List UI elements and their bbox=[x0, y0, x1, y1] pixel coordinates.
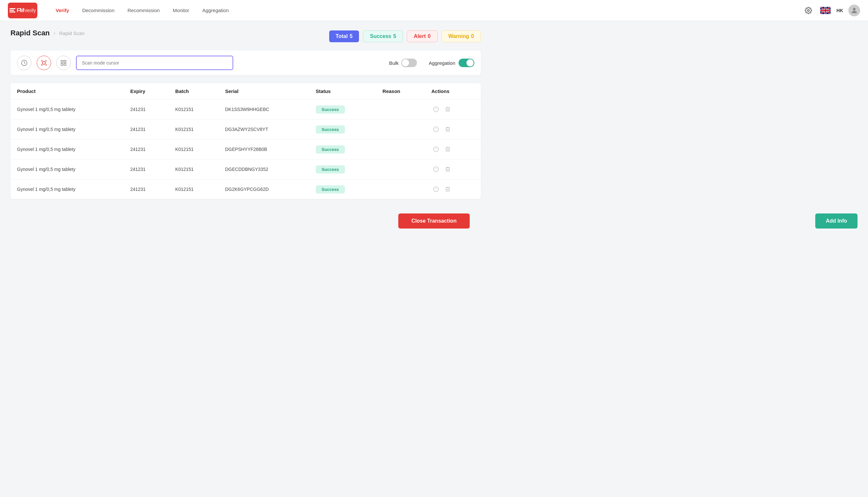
add-info-button[interactable]: Add Info bbox=[815, 213, 857, 228]
delete-button[interactable] bbox=[443, 105, 452, 114]
cell-expiry: 241231 bbox=[124, 140, 169, 159]
aggregation-toggle[interactable]: ✓ bbox=[459, 59, 474, 67]
list-icon-btn[interactable] bbox=[56, 56, 71, 70]
cell-expiry: 241231 bbox=[124, 119, 169, 140]
breadcrumb-separator: › bbox=[54, 30, 55, 36]
stat-success-value: 5 bbox=[393, 33, 396, 39]
delete-button[interactable] bbox=[443, 125, 452, 134]
stat-warning-value: 0 bbox=[471, 33, 474, 39]
bulk-label: Bulk bbox=[389, 60, 398, 66]
nav-item-decommission[interactable]: Decommission bbox=[77, 5, 120, 16]
navbar: FM Verify Verify Decommission Recommissi… bbox=[0, 0, 868, 21]
nav-item-aggregation[interactable]: Aggregation bbox=[197, 5, 234, 16]
col-product: Product bbox=[11, 83, 124, 100]
cell-reason bbox=[376, 140, 425, 159]
stat-alert-label: Alert bbox=[414, 33, 425, 39]
aggregation-label: Aggregation bbox=[429, 60, 455, 66]
nav-item-recommission[interactable]: Recommission bbox=[122, 5, 165, 16]
toolbar: Bulk Aggregation ✓ bbox=[11, 51, 481, 75]
history-button[interactable] bbox=[431, 105, 440, 114]
cell-status: Success bbox=[309, 159, 376, 180]
delete-button[interactable] bbox=[443, 185, 452, 194]
scan-icon-btn[interactable] bbox=[37, 56, 51, 70]
cell-batch: K012151 bbox=[169, 100, 219, 119]
stat-alert[interactable]: Alert 0 bbox=[407, 30, 437, 42]
cell-serial: DG2K6GYPCGG62D bbox=[219, 180, 309, 199]
history-button[interactable] bbox=[431, 185, 440, 194]
close-transaction-button[interactable]: Close Transaction bbox=[398, 213, 470, 228]
delete-button[interactable] bbox=[443, 145, 452, 154]
language-flag[interactable] bbox=[820, 4, 831, 16]
page-title: Rapid Scan bbox=[11, 29, 50, 37]
status-badge: Success bbox=[316, 185, 345, 194]
status-badge: Success bbox=[316, 105, 345, 114]
cell-actions bbox=[425, 119, 481, 140]
scan-input[interactable] bbox=[76, 56, 233, 70]
status-badge: Success bbox=[316, 165, 345, 173]
delete-button[interactable] bbox=[443, 165, 452, 174]
stats-row: Total 5 Success 5 Alert 0 Warning 0 bbox=[329, 30, 481, 42]
breadcrumb-sub: Rapid Scan bbox=[59, 30, 84, 36]
table-row: Gynovel 1 mg/0,5 mg tablety 241231 K0121… bbox=[11, 180, 481, 199]
stat-success-label: Success bbox=[370, 33, 391, 39]
nav-item-verify[interactable]: Verify bbox=[51, 5, 74, 16]
stat-total-value: 5 bbox=[350, 33, 353, 39]
stat-total[interactable]: Total 5 bbox=[329, 30, 359, 42]
stat-success[interactable]: Success 5 bbox=[363, 30, 403, 42]
cell-product: Gynovel 1 mg/0,5 mg tablety bbox=[11, 180, 124, 199]
cell-actions bbox=[425, 140, 481, 159]
status-badge: Success bbox=[316, 125, 345, 133]
history-button[interactable] bbox=[431, 165, 440, 174]
cell-product: Gynovel 1 mg/0,5 mg tablety bbox=[11, 119, 124, 140]
col-batch: Batch bbox=[169, 83, 219, 100]
aggregation-check-icon: ✓ bbox=[469, 60, 473, 66]
cell-reason bbox=[376, 119, 425, 140]
bulk-toggle-track[interactable] bbox=[401, 59, 417, 67]
cell-product: Gynovel 1 mg/0,5 mg tablety bbox=[11, 100, 124, 119]
nav-item-monitor[interactable]: Monitor bbox=[168, 5, 195, 16]
cell-expiry: 241231 bbox=[124, 159, 169, 180]
cell-reason bbox=[376, 180, 425, 199]
bulk-toggle-knob bbox=[402, 59, 409, 67]
history-button[interactable] bbox=[431, 125, 440, 134]
results-table-wrap: Product Expiry Batch Serial Status Reaso… bbox=[11, 83, 481, 199]
settings-icon[interactable] bbox=[802, 4, 814, 16]
cell-actions bbox=[425, 180, 481, 199]
cell-batch: K012151 bbox=[169, 159, 219, 180]
stat-warning[interactable]: Warning 0 bbox=[442, 30, 481, 42]
stat-total-label: Total bbox=[336, 33, 348, 39]
cell-product: Gynovel 1 mg/0,5 mg tablety bbox=[11, 140, 124, 159]
bulk-row: Bulk bbox=[389, 59, 417, 67]
cell-batch: K012151 bbox=[169, 180, 219, 199]
cell-actions bbox=[425, 100, 481, 119]
breadcrumb: Rapid Scan › Rapid Scan bbox=[11, 29, 84, 37]
svg-rect-6 bbox=[64, 60, 66, 62]
logo[interactable]: FM Verify bbox=[8, 3, 37, 18]
cell-serial: DG3AZWY2SCV8YT bbox=[219, 119, 309, 140]
stat-warning-label: Warning bbox=[448, 33, 469, 39]
cell-reason bbox=[376, 100, 425, 119]
cell-serial: DK1SS3W9HHGEBC bbox=[219, 100, 309, 119]
cell-product: Gynovel 1 mg/0,5 mg tablety bbox=[11, 159, 124, 180]
history-button[interactable] bbox=[431, 145, 440, 154]
table-row: Gynovel 1 mg/0,5 mg tablety 241231 K0121… bbox=[11, 100, 481, 119]
cell-expiry: 241231 bbox=[124, 100, 169, 119]
page-content: Rapid Scan › Rapid Scan Total 5 Success … bbox=[0, 21, 491, 207]
col-reason: Reason bbox=[376, 83, 425, 100]
aggregation-section: Aggregation ✓ bbox=[429, 59, 474, 67]
cell-status: Success bbox=[309, 100, 376, 119]
col-serial: Serial bbox=[219, 83, 309, 100]
main-nav: Verify Decommission Recommission Monitor… bbox=[51, 5, 802, 16]
clock-icon-btn[interactable] bbox=[17, 56, 31, 70]
user-initials: HK bbox=[837, 8, 843, 13]
cell-batch: K012151 bbox=[169, 119, 219, 140]
cell-status: Success bbox=[309, 180, 376, 199]
svg-rect-5 bbox=[61, 60, 63, 62]
cell-actions bbox=[425, 159, 481, 180]
cell-serial: DGEPSHYYF28B0B bbox=[219, 140, 309, 159]
results-table: Product Expiry Batch Serial Status Reaso… bbox=[11, 83, 481, 199]
avatar[interactable] bbox=[848, 4, 860, 16]
bulk-toggle[interactable] bbox=[401, 59, 417, 67]
table-row: Gynovel 1 mg/0,5 mg tablety 241231 K0121… bbox=[11, 119, 481, 140]
aggregation-toggle-track[interactable]: ✓ bbox=[459, 59, 474, 67]
